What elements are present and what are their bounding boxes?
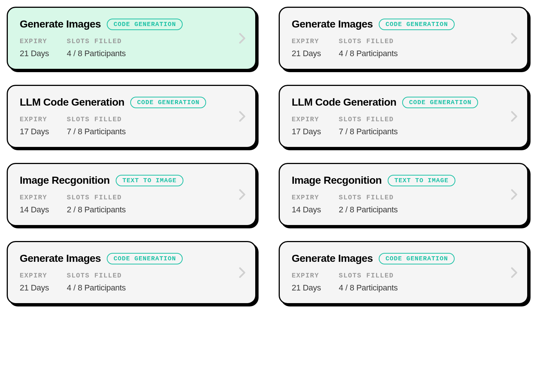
slots-col: SLOTS FILLED 4 / 8 Participants [339,38,398,58]
slots-label: SLOTS FILLED [339,116,398,123]
expiry-col: EXPIRY 17 Days [292,116,321,136]
expiry-label: EXPIRY [292,194,321,201]
expiry-label: EXPIRY [292,116,321,123]
expiry-value: 21 Days [292,49,321,58]
chevron-right-icon [511,111,518,122]
slots-value: 4 / 8 Participants [67,283,126,293]
expiry-label: EXPIRY [292,38,321,45]
expiry-col: EXPIRY 21 Days [292,38,321,58]
category-badge: CODE GENERATION [402,97,478,108]
expiry-value: 21 Days [20,49,49,58]
card-meta: EXPIRY 17 Days SLOTS FILLED 7 / 8 Partic… [20,116,243,136]
expiry-value: 17 Days [292,127,321,136]
expiry-col: EXPIRY 14 Days [292,194,321,215]
chevron-right-icon [511,267,518,278]
category-badge: CODE GENERATION [107,253,183,264]
card-header: Generate Images CODE GENERATION [292,18,515,30]
category-badge: CODE GENERATION [379,19,455,30]
expiry-col: EXPIRY 14 Days [20,194,49,215]
chevron-right-icon [239,33,246,44]
task-card[interactable]: Generate Images CODE GENERATION EXPIRY 2… [279,7,528,70]
card-header: Generate Images CODE GENERATION [292,253,515,264]
slots-col: SLOTS FILLED 2 / 8 Participants [67,194,126,215]
slots-value: 7 / 8 Participants [339,127,398,136]
card-meta: EXPIRY 14 Days SLOTS FILLED 2 / 8 Partic… [20,194,243,215]
slots-value: 4 / 8 Participants [67,49,126,58]
slots-label: SLOTS FILLED [67,38,126,45]
slots-col: SLOTS FILLED 4 / 8 Participants [339,272,398,293]
slots-col: SLOTS FILLED 4 / 8 Participants [67,38,126,58]
card-header: Image Recgonition TEXT TO IMAGE [292,174,515,186]
card-title: LLM Code Generation [20,96,124,108]
expiry-value: 17 Days [20,127,49,136]
task-card[interactable]: Generate Images CODE GENERATION EXPIRY 2… [279,241,528,304]
expiry-col: EXPIRY 17 Days [20,116,49,136]
chevron-right-icon [511,33,518,44]
expiry-col: EXPIRY 21 Days [20,272,49,293]
expiry-label: EXPIRY [20,194,49,201]
expiry-label: EXPIRY [292,272,321,279]
slots-label: SLOTS FILLED [67,116,126,123]
chevron-right-icon [239,267,246,278]
slots-col: SLOTS FILLED 2 / 8 Participants [339,194,398,215]
slots-value: 2 / 8 Participants [339,205,398,215]
expiry-value: 14 Days [20,205,49,215]
expiry-label: EXPIRY [20,272,49,279]
card-header: LLM Code Generation CODE GENERATION [292,96,515,108]
card-meta: EXPIRY 17 Days SLOTS FILLED 7 / 8 Partic… [292,116,515,136]
task-card[interactable]: Image Recgonition TEXT TO IMAGE EXPIRY 1… [279,163,528,226]
slots-value: 4 / 8 Participants [339,49,398,58]
category-badge: CODE GENERATION [130,97,206,108]
task-card[interactable]: Generate Images CODE GENERATION EXPIRY 2… [7,241,256,304]
card-grid: Generate Images CODE GENERATION EXPIRY 2… [7,7,528,304]
slots-col: SLOTS FILLED 7 / 8 Participants [339,116,398,136]
card-meta: EXPIRY 14 Days SLOTS FILLED 2 / 8 Partic… [292,194,515,215]
card-title: LLM Code Generation [292,96,396,108]
category-badge: TEXT TO IMAGE [388,175,455,186]
expiry-value: 14 Days [292,205,321,215]
card-meta: EXPIRY 21 Days SLOTS FILLED 4 / 8 Partic… [20,38,243,58]
slots-col: SLOTS FILLED 7 / 8 Participants [67,116,126,136]
task-card[interactable]: LLM Code Generation CODE GENERATION EXPI… [279,85,528,148]
card-title: Image Recgonition [20,174,110,186]
slots-label: SLOTS FILLED [67,272,126,279]
card-meta: EXPIRY 21 Days SLOTS FILLED 4 / 8 Partic… [292,272,515,293]
expiry-label: EXPIRY [20,116,49,123]
card-title: Generate Images [292,253,373,264]
slots-label: SLOTS FILLED [67,194,126,201]
category-badge: CODE GENERATION [379,253,455,264]
card-header: Generate Images CODE GENERATION [20,253,243,264]
card-title: Generate Images [20,18,101,30]
chevron-right-icon [239,189,246,200]
task-card[interactable]: Generate Images CODE GENERATION EXPIRY 2… [7,7,256,70]
task-card[interactable]: Image Recgonition TEXT TO IMAGE EXPIRY 1… [7,163,256,226]
slots-label: SLOTS FILLED [339,38,398,45]
card-title: Generate Images [292,18,373,30]
card-header: LLM Code Generation CODE GENERATION [20,96,243,108]
chevron-right-icon [511,189,518,200]
card-title: Image Recgonition [292,174,382,186]
slots-col: SLOTS FILLED 4 / 8 Participants [67,272,126,293]
slots-value: 7 / 8 Participants [67,127,126,136]
card-header: Generate Images CODE GENERATION [20,18,243,30]
category-badge: TEXT TO IMAGE [116,175,183,186]
card-header: Image Recgonition TEXT TO IMAGE [20,174,243,186]
slots-label: SLOTS FILLED [339,272,398,279]
card-meta: EXPIRY 21 Days SLOTS FILLED 4 / 8 Partic… [292,38,515,58]
expiry-value: 21 Days [292,283,321,293]
slots-value: 4 / 8 Participants [339,283,398,293]
expiry-value: 21 Days [20,283,49,293]
expiry-label: EXPIRY [20,38,49,45]
task-card[interactable]: LLM Code Generation CODE GENERATION EXPI… [7,85,256,148]
expiry-col: EXPIRY 21 Days [20,38,49,58]
category-badge: CODE GENERATION [107,19,183,30]
card-title: Generate Images [20,253,101,264]
chevron-right-icon [239,111,246,122]
slots-value: 2 / 8 Participants [67,205,126,215]
slots-label: SLOTS FILLED [339,194,398,201]
card-meta: EXPIRY 21 Days SLOTS FILLED 4 / 8 Partic… [20,272,243,293]
expiry-col: EXPIRY 21 Days [292,272,321,293]
